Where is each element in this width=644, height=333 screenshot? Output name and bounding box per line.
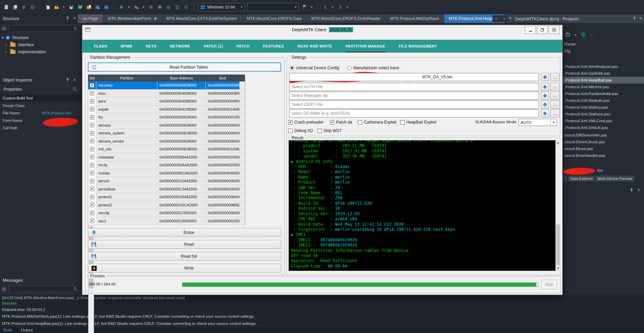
- sla-bypass-select[interactable]: AUTO ▼: [519, 119, 557, 126]
- project-file-item[interactable]: .Protocol.Xml.PartitionAddr.pas: [563, 90, 644, 97]
- file-input-4[interactable]: select DA folder (e.g. bin\n2\DA): [289, 109, 539, 117]
- checkbox[interactable]: ✓: [90, 171, 94, 175]
- search-icon[interactable]: [73, 87, 78, 92]
- target-select[interactable]: ▾: [247, 3, 299, 11]
- project-file-item[interactable]: .Protocol.Xml.HeapBait.pas: [563, 77, 644, 84]
- navigate-forward-icon[interactable]: [337, 4, 343, 10]
- table-row[interactable]: ✓metadata0x00000000084A20000x00000000020…: [88, 153, 245, 162]
- tab-properties[interactable]: Properties: [3, 87, 22, 92]
- table-row[interactable]: ✓para0x00000000040880000x000000000008000…: [88, 97, 245, 106]
- checkbox[interactable]: ✓: [90, 123, 94, 127]
- property-row[interactable]: Custom Build Tool: [0, 94, 82, 102]
- add-form-icon[interactable]: [94, 4, 101, 10]
- file-input-0[interactable]: MTK_DA_V5.bin: [289, 73, 539, 81]
- minimize-button[interactable]: [525, 26, 536, 34]
- target-icon[interactable]: [581, 32, 586, 37]
- close-button[interactable]: [549, 26, 560, 34]
- copy-docs-icon[interactable]: [12, 4, 18, 10]
- menu-item-partition-manage[interactable]: PARTITION MANAGE: [346, 40, 385, 53]
- browse-dots-button[interactable]: ...: [550, 83, 560, 91]
- package-icon[interactable]: [565, 32, 570, 37]
- new-file-icon[interactable]: [44, 4, 51, 10]
- table-row[interactable]: ✓protect10x00000000164A20000x00000000008…: [88, 193, 245, 201]
- pin-icon[interactable]: [65, 78, 70, 82]
- open-folder-caret[interactable]: ▾: [62, 5, 65, 9]
- table-row[interactable]: ✓vbmeta0x00000000056080000x0000000000800…: [88, 122, 245, 130]
- row-checkbox-cell[interactable]: ✓: [88, 217, 96, 225]
- scrollbar-thumb[interactable]: [556, 224, 560, 265]
- row-checkbox-cell[interactable]: ✓: [88, 90, 96, 97]
- browse-diamond-button[interactable]: [541, 83, 549, 91]
- save-icon[interactable]: [68, 4, 74, 10]
- checkbox[interactable]: ✓: [90, 219, 94, 223]
- project-file-item[interactable]: .Protocol.Xml.SlaKeys.pas: [563, 111, 644, 117]
- row-checkbox-cell[interactable]: ✓: [88, 145, 96, 153]
- chevron-left-icon[interactable]: ‹: [496, 16, 497, 21]
- read-button[interactable]: Read: [88, 240, 281, 249]
- row-checkbox-cell[interactable]: ✓: [88, 169, 96, 177]
- row-checkbox-cell[interactable]: ✓: [88, 113, 96, 121]
- checkbox-carbonara-exploit[interactable]: Carbonara Exploit: [358, 120, 396, 125]
- row-checkbox-cell[interactable]: ✓: [88, 81, 96, 89]
- row-checkbox-cell[interactable]: ✓: [88, 97, 96, 105]
- checkbox-skip-wdt[interactable]: Skip WDT: [317, 128, 342, 133]
- table-row[interactable]: ✓persist0x00000000104A20000x000000000300…: [88, 177, 245, 185]
- console-scrollbar[interactable]: ▲ ▼: [555, 140, 560, 271]
- project-file-item[interactable]: otocol.DADeviceInfo.pas: [563, 132, 644, 138]
- checkbox-patch-da[interactable]: ✓Patch da: [330, 120, 352, 125]
- new-items-icon[interactable]: [3, 4, 9, 10]
- checkbox[interactable]: ✓: [90, 179, 94, 183]
- run-icon[interactable]: [118, 4, 125, 10]
- chevron-right-icon[interactable]: ›: [5, 50, 10, 54]
- browse-diamond-button[interactable]: [541, 92, 549, 100]
- checkbox[interactable]: ✓: [90, 187, 94, 191]
- project-file-item[interactable]: Parser: [563, 41, 644, 48]
- open-folder-icon[interactable]: [53, 4, 60, 10]
- project-file-item[interactable]: .Protocol.Xml.MtkXml.pas: [563, 84, 644, 90]
- run-debug-icon[interactable]: [133, 4, 139, 10]
- table-row[interactable]: ✓vbmeta_vendor0x00000000066080000x000000…: [88, 137, 245, 146]
- property-value[interactable]: MTK.Protocol.Xm: [40, 111, 82, 115]
- radio-universal-device-config[interactable]: Universal Device Config: [290, 66, 339, 70]
- platform-select[interactable]: Windows 32-bit ▾: [198, 3, 245, 11]
- menu-item-rpmb[interactable]: RPMB: [121, 40, 132, 53]
- tab-output[interactable]: Output: [21, 328, 33, 332]
- pin-icon[interactable]: [65, 16, 70, 21]
- radio-manufacturer-select-base[interactable]: Manufacturer select base: [347, 66, 399, 70]
- checkbox[interactable]: ✓: [90, 155, 94, 159]
- project-file-item[interactable]: .Protocol.Xml.GptAddr.pas: [563, 70, 644, 77]
- tree-item-implementation[interactable]: › implementation: [0, 48, 82, 55]
- tree-item-interface[interactable]: › interface: [0, 41, 82, 48]
- tab-list-caret[interactable]: ▾: [509, 16, 511, 20]
- projects-tab-stub[interactable]: [563, 175, 568, 182]
- write-button[interactable]: Write: [88, 264, 281, 273]
- step-out-icon[interactable]: [183, 4, 189, 10]
- table-row[interactable]: ✓nvcfg0x000000000A4A20000x00000000020000…: [88, 161, 245, 169]
- globe-icon[interactable]: [29, 4, 36, 10]
- row-checkbox-cell[interactable]: ✓: [88, 122, 96, 129]
- checkbox[interactable]: ✓: [90, 115, 94, 119]
- browse-dots-button[interactable]: ...: [550, 92, 560, 100]
- browse-diamond-button[interactable]: [541, 73, 549, 81]
- table-row[interactable]: ✓expdb0x00000000041080000x00000000014000…: [88, 106, 245, 114]
- table-row[interactable]: ✓vbmeta_system0x0000000005E080000x000000…: [88, 129, 245, 137]
- editor-tab[interactable]: MTK.MountCore.EXT4.Ext4FileSystem: [162, 14, 242, 23]
- scroll-up-icon[interactable]: ▲: [556, 140, 560, 145]
- gear-icon[interactable]: [1, 26, 7, 31]
- table-row[interactable]: ✓seccfg0x00000000178000000x0000000000800…: [88, 209, 245, 217]
- chevron-right-icon[interactable]: ›: [5, 42, 10, 47]
- checkbox-heapbait-exploit[interactable]: HeapBait Exploit: [400, 120, 436, 125]
- tab-scroll-buttons[interactable]: ‹›: [492, 15, 508, 22]
- message-line[interactable]: Success: [2, 301, 17, 305]
- stop-button[interactable]: Stop: [541, 280, 557, 289]
- file-input-3[interactable]: Select CERT File: [289, 100, 539, 109]
- project-file-item[interactable]: otocol.ErrorHandler.pas: [563, 152, 644, 159]
- row-checkbox-cell[interactable]: ✓: [88, 185, 96, 193]
- project-file-item[interactable]: .Protocol.Xml.ArmAnalyzer.pas: [563, 63, 644, 70]
- save-all-icon[interactable]: [77, 4, 83, 10]
- more-options-icon[interactable]: ⋯: [589, 32, 594, 37]
- project-file-item[interactable]: .Protocol.Xml.XMLCmd.pas: [563, 117, 644, 124]
- checkbox[interactable]: ✓: [90, 107, 94, 111]
- row-checkbox-cell[interactable]: ✓: [88, 193, 96, 201]
- row-checkbox-cell[interactable]: ✓: [88, 129, 96, 137]
